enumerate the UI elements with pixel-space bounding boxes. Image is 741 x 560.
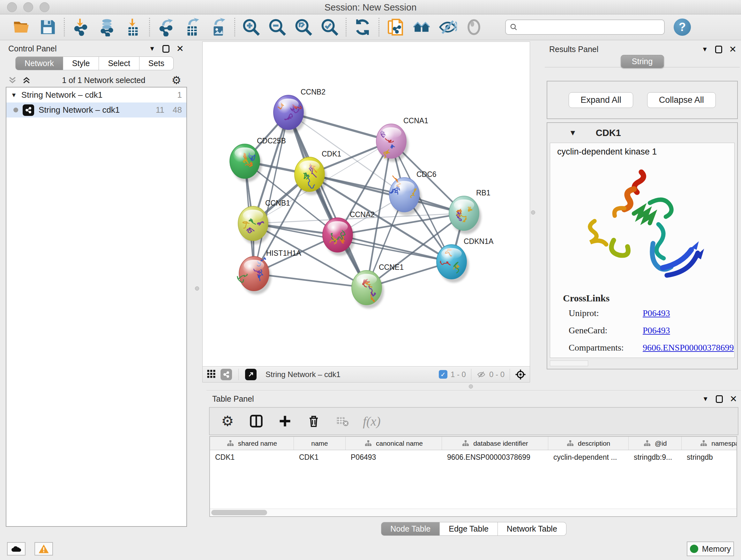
network-node-cdc6[interactable]: CDC6 <box>389 170 436 215</box>
tab-string[interactable]: String <box>621 55 664 68</box>
clone-network-button[interactable] <box>385 17 406 37</box>
import-network-file-button[interactable] <box>70 17 91 37</box>
table-cell[interactable]: stringdb:9... <box>629 450 682 464</box>
collapse-all-networks-icon[interactable] <box>8 76 17 84</box>
tab-network[interactable]: Network <box>15 57 63 70</box>
string-view-icon[interactable] <box>220 369 232 380</box>
home-networks-button[interactable] <box>411 17 432 37</box>
column-header--id[interactable]: @id <box>629 437 682 450</box>
right-splitter-handle[interactable] <box>531 210 535 214</box>
table-cell[interactable]: CDK1 <box>294 450 346 464</box>
close-panel-icon[interactable]: ✕ <box>730 394 737 404</box>
zoom-selected-button[interactable] <box>319 17 340 37</box>
table-cell[interactable]: CDK1 <box>210 450 294 464</box>
network-edge[interactable] <box>310 174 464 213</box>
network-node-cdc25b[interactable]: CDC25B <box>230 137 286 182</box>
delete-column-icon[interactable] <box>306 413 322 429</box>
column-header-shared-name[interactable]: shared name <box>210 437 294 450</box>
current-network-dot-icon <box>13 108 18 112</box>
network-node-ccna1[interactable]: CCNA1 <box>376 117 428 162</box>
close-panel-icon[interactable]: ✕ <box>177 44 184 54</box>
import-network-database-button[interactable] <box>96 17 118 37</box>
search-input[interactable] <box>521 23 660 32</box>
network-node-cdkn1a[interactable]: CDKN1A <box>436 237 494 283</box>
column-header-canonical-name[interactable]: canonical name <box>346 437 442 450</box>
tab-edge-table[interactable]: Edge Table <box>440 522 498 536</box>
cloud-status-button[interactable] <box>7 542 25 556</box>
panel-menu-icon[interactable]: ▼ <box>702 395 709 402</box>
column-header-namespace[interactable]: namespace <box>682 437 737 450</box>
column-header-label: database identifier <box>473 440 528 447</box>
network-edge[interactable] <box>288 112 367 288</box>
network-row[interactable]: String Network – cdk1 11 48 <box>6 103 186 118</box>
zoom-fit-button[interactable] <box>293 17 314 37</box>
tab-select[interactable]: Select <box>99 57 139 70</box>
column-header-description[interactable]: description <box>548 437 629 450</box>
network-column-icon <box>226 440 234 447</box>
save-session-button[interactable] <box>37 17 59 37</box>
column-header-database-identifier[interactable]: database identifier <box>442 437 548 450</box>
network-collection-row[interactable]: ▼ String Network – cdk1 1 <box>6 87 186 103</box>
warning-status-button[interactable] <box>35 542 53 556</box>
expand-all-networks-icon[interactable] <box>22 76 31 84</box>
tab-node-table[interactable]: Node Table <box>381 522 440 536</box>
zoom-out-button[interactable] <box>266 17 288 37</box>
float-panel-icon[interactable] <box>716 395 723 403</box>
bottom-splitter-handle[interactable] <box>469 384 473 388</box>
network-node-ccnb2[interactable]: CCNB2 <box>273 88 326 133</box>
table-cell[interactable]: stringdb <box>682 450 737 464</box>
column-header-name[interactable]: name <box>294 437 346 450</box>
crosslink-link[interactable]: P06493 <box>643 308 670 318</box>
expand-all-button[interactable]: Expand All <box>569 92 633 108</box>
float-panel-icon[interactable] <box>162 45 170 53</box>
table-cell[interactable]: cyclin-dependent ... <box>548 450 629 464</box>
panel-menu-icon[interactable]: ▼ <box>702 46 708 53</box>
network-node-cdk1[interactable]: CDK1 <box>294 150 341 195</box>
open-session-button[interactable] <box>11 17 32 37</box>
table-cell[interactable]: P06493 <box>346 450 442 464</box>
table-cell[interactable]: 9606.ENSP00000378699 <box>442 450 548 464</box>
show-columns-icon[interactable] <box>248 413 265 429</box>
collapse-triangle-icon[interactable]: ▼ <box>569 128 577 137</box>
collapse-all-button[interactable]: Collapse All <box>647 92 716 108</box>
gene-section-header[interactable]: ▼ CDK1 <box>547 123 737 143</box>
delete-table-icon[interactable] <box>334 413 351 429</box>
tab-style[interactable]: Style <box>63 57 99 70</box>
memory-button[interactable]: Memory <box>687 542 734 556</box>
crosslink-link[interactable]: 9606.ENSP00000378699 <box>643 343 734 353</box>
close-panel-icon[interactable]: ✕ <box>729 44 737 55</box>
table-horizontal-scrollbar[interactable] <box>210 509 737 516</box>
scrollbar-thumb[interactable] <box>211 510 267 515</box>
network-options-gear-icon[interactable]: ⚙ <box>172 75 181 85</box>
selected-checkbox-icon[interactable]: ✓ <box>439 370 448 379</box>
import-table-file-button[interactable] <box>122 17 144 37</box>
network-node-hist1h1a[interactable]: HIST1H1A <box>238 249 301 294</box>
show-eye-button[interactable] <box>463 17 485 37</box>
export-image-button[interactable] <box>207 17 229 37</box>
crosslinks-title: CrossLinks <box>563 293 734 304</box>
tab-network-table[interactable]: Network Table <box>498 522 566 536</box>
help-button[interactable]: ? <box>674 18 691 36</box>
results-horizontal-scrollbar[interactable] <box>550 361 588 366</box>
table-options-gear-icon[interactable]: ⚙ <box>219 413 236 429</box>
tab-sets[interactable]: Sets <box>139 57 174 70</box>
refresh-button[interactable] <box>352 17 374 37</box>
birdseye-crosshair-icon[interactable] <box>515 369 526 380</box>
crosslink-link[interactable]: P06493 <box>643 325 670 335</box>
show-grid-icon[interactable] <box>206 369 216 380</box>
zoom-in-button[interactable] <box>240 17 262 37</box>
collapse-triangle-icon[interactable]: ▼ <box>11 91 17 99</box>
table-row[interactable]: CDK1CDK1P064939606.ENSP00000378699cyclin… <box>210 450 737 464</box>
left-splitter-handle[interactable] <box>195 287 199 291</box>
search-box[interactable] <box>505 19 665 35</box>
panel-menu-icon[interactable]: ▼ <box>149 45 155 52</box>
network-node-rb1[interactable]: RB1 <box>449 189 490 234</box>
network-canvas[interactable]: CCNB2CCNA1CDC25BCDK1CDC6RB1CCNB1CCNA2CDK… <box>203 42 530 366</box>
function-builder-button[interactable]: f(x) <box>363 414 381 429</box>
float-panel-icon[interactable] <box>715 46 722 53</box>
hide-unhide-button[interactable] <box>437 17 459 37</box>
create-column-icon[interactable] <box>277 413 293 429</box>
export-table-button[interactable] <box>181 17 203 37</box>
export-network-button[interactable] <box>155 17 177 37</box>
detach-view-icon[interactable] <box>245 369 257 380</box>
